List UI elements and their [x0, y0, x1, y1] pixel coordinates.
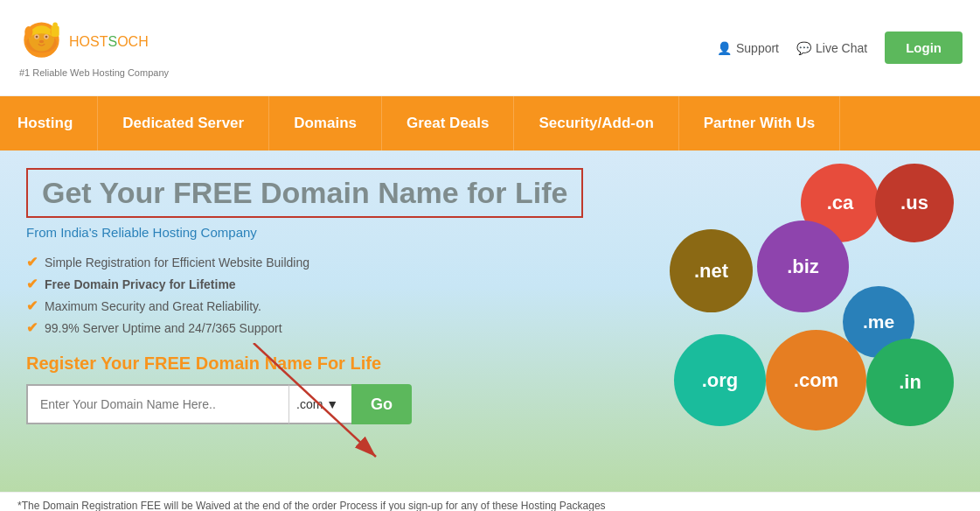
check-icon-4: ✔	[26, 319, 38, 336]
navbar: Hosting Dedicated Server Domains Great D…	[0, 96, 980, 150]
logo-text: HOSTSOCH	[17, 18, 149, 66]
nav-item-partner[interactable]: Partner With Us	[679, 96, 840, 150]
feature-text-4: 99.9% Server Uptime and 24/7/365 Support	[45, 321, 282, 335]
hero-section: .ca .us .net .biz .me .org .com .in Get …	[0, 150, 980, 492]
check-icon-3: ✔	[26, 298, 38, 314]
nav-label-domains: Domains	[294, 115, 357, 132]
bubble-org: .org	[674, 334, 766, 426]
svg-rect-11	[52, 23, 57, 28]
nav-label-deals: Great Deals	[407, 115, 490, 132]
domain-extension-select[interactable]: .com ▼	[288, 384, 351, 424]
svg-point-9	[26, 33, 57, 52]
check-icon-1: ✔	[26, 254, 38, 270]
domain-bubbles: .ca .us .net .biz .me .org .com .in	[587, 159, 954, 474]
bubble-in: .in	[866, 339, 954, 426]
bubble-net: .net	[670, 229, 753, 312]
nav-item-dedicated-server[interactable]: Dedicated Server	[98, 96, 269, 150]
nav-label-hosting: Hosting	[17, 115, 73, 132]
check-icon-2: ✔	[26, 276, 38, 292]
go-button[interactable]: Go	[351, 384, 412, 424]
livechat-link[interactable]: 💬 Live Chat	[796, 41, 867, 55]
domain-input[interactable]	[26, 384, 288, 424]
domain-search-row: .com ▼ Go	[26, 384, 446, 424]
bubble-us: .us	[875, 164, 954, 242]
header-right: 👤 Support 💬 Live Chat Login	[717, 32, 963, 64]
support-label: Support	[736, 41, 779, 55]
feature-text-1: Simple Registration for Efficient Websit…	[45, 256, 309, 270]
bubble-com: .com	[766, 330, 866, 430]
support-link[interactable]: 👤 Support	[717, 41, 779, 55]
feature-text-2: Free Domain Privacy for Lifetime	[45, 277, 236, 291]
header: HOSTSOCH #1 Reliable Web Hosting Company…	[0, 0, 980, 96]
disclaimer-text: *The Domain Registration FEE will be Wai…	[17, 500, 606, 511]
nav-item-hosting[interactable]: Hosting	[0, 96, 98, 150]
nav-label-partner: Partner With Us	[704, 115, 815, 132]
login-button[interactable]: Login	[885, 32, 963, 64]
nav-item-great-deals[interactable]: Great Deals	[382, 96, 515, 150]
nav-label-dedicated: Dedicated Server	[122, 115, 244, 132]
nav-item-domains[interactable]: Domains	[269, 96, 382, 150]
svg-point-7	[24, 26, 32, 38]
bubble-biz: .biz	[757, 220, 849, 312]
logo-tagline: #1 Reliable Web Hosting Company	[19, 67, 169, 78]
footer-disclaimer: *The Domain Registration FEE will be Wai…	[0, 492, 980, 511]
domain-ext-label: .com	[296, 397, 323, 411]
brand-name: HOSTSOCH	[69, 34, 149, 50]
support-icon: 👤	[717, 41, 732, 55]
logo-area: HOSTSOCH #1 Reliable Web Hosting Company	[17, 18, 169, 78]
headline-box: Get Your FREE Domain Name for Life	[26, 168, 583, 218]
logo-lion-icon	[17, 18, 66, 66]
nav-item-security[interactable]: Security/Add-on	[514, 96, 678, 150]
svg-rect-10	[52, 25, 59, 37]
dropdown-arrow-icon: ▼	[326, 397, 338, 411]
feature-text-3: Maximum Security and Great Reliability.	[45, 299, 261, 313]
nav-label-security: Security/Add-on	[539, 115, 653, 132]
hero-headline: Get Your FREE Domain Name for Life	[42, 177, 567, 209]
livechat-label: Live Chat	[816, 41, 867, 55]
chat-icon: 💬	[796, 41, 811, 55]
